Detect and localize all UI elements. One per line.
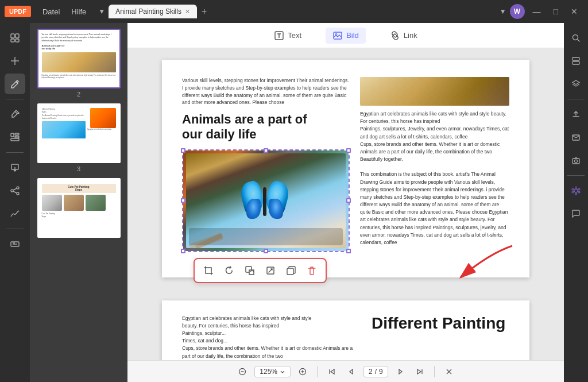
- handle-top-middle[interactable]: [264, 148, 268, 153]
- status-divider-2: [434, 366, 435, 377]
- zoom-display[interactable]: 125%: [254, 366, 291, 377]
- float-rotate-button[interactable]: [221, 263, 237, 279]
- right-layers-icon[interactable]: [566, 74, 586, 94]
- menu-datei[interactable]: Datei: [37, 5, 65, 18]
- page3-right-col: Different Painting: [372, 315, 509, 360]
- page2-right-text: Egyptian art celebrates animals like cat…: [360, 110, 509, 246]
- svg-point-47: [572, 191, 574, 193]
- svg-line-15: [13, 191, 17, 193]
- page-display[interactable]: 2 / 9: [363, 366, 388, 377]
- handle-bottom-right[interactable]: [346, 249, 351, 253]
- page3-big-heading: Different Painting: [372, 315, 509, 333]
- edit-toolbar: Text Bild Link: [127, 23, 564, 48]
- svg-line-14: [13, 188, 17, 190]
- svg-rect-2: [11, 39, 14, 42]
- toolbar-text-button[interactable]: Text: [267, 28, 308, 44]
- zoom-in-button[interactable]: [295, 364, 310, 379]
- right-sidebar: [564, 23, 588, 382]
- thumbnail-page-4[interactable]: Cute Pet PaintingSteps Cute Pet Painting…: [34, 178, 123, 240]
- svg-point-44: [575, 193, 577, 195]
- thumb-mini-heading: Animals are a part ofour daily life: [42, 44, 116, 51]
- page2-heading: Animals are a part ofour daily life: [182, 112, 350, 142]
- thumb-img-4: Cute Pet PaintingSteps Cute Pet Painting…: [37, 178, 121, 238]
- right-chat-icon[interactable]: [566, 203, 586, 224]
- sidebar-edit-icon[interactable]: [5, 74, 25, 94]
- user-avatar[interactable]: W: [510, 4, 525, 19]
- toolbar-image-button[interactable]: Bild: [326, 28, 366, 44]
- page-separator: /: [375, 368, 377, 376]
- minimize-button[interactable]: —: [528, 6, 546, 17]
- last-page-button[interactable]: [412, 364, 427, 379]
- image-icon: [332, 30, 343, 41]
- svg-point-13: [17, 192, 19, 195]
- sidebar-sign-icon[interactable]: [5, 203, 25, 224]
- right-search-icon[interactable]: [566, 28, 586, 48]
- close-button[interactable]: ✕: [566, 6, 582, 17]
- float-replace-button[interactable]: [242, 263, 258, 279]
- float-copy-button[interactable]: [283, 263, 299, 279]
- thumbnail-page-3[interactable]: Different PaintingStyles The Animal Draw…: [34, 103, 123, 172]
- sidebar-divider-1: [6, 99, 24, 99]
- page2-right-col: Egyptian art celebrates animals like cat…: [360, 77, 509, 260]
- svg-point-42: [574, 189, 578, 192]
- svg-line-36: [578, 40, 580, 42]
- svg-point-12: [11, 190, 13, 192]
- right-upload-icon[interactable]: [566, 104, 586, 125]
- pdf-page-3-preview: Egyptian art celebrates animals like cat…: [162, 300, 529, 360]
- titlebar-right: ▼ W — □ ✕: [500, 4, 582, 19]
- float-crop-button[interactable]: [200, 263, 216, 279]
- close-status-button[interactable]: [442, 364, 457, 379]
- handle-top-left[interactable]: [181, 148, 185, 153]
- right-camera-icon[interactable]: [566, 150, 586, 171]
- sidebar-share-icon[interactable]: [5, 180, 25, 201]
- sidebar-page-view-icon[interactable]: [5, 28, 25, 48]
- thumb-title-text: Cute Pet PaintingSteps: [44, 186, 114, 191]
- prev-page-button[interactable]: [344, 364, 359, 379]
- svg-point-41: [575, 160, 578, 163]
- sidebar-divider-3: [6, 229, 24, 229]
- titlebar-dropdown-arrow[interactable]: ▼: [500, 7, 506, 16]
- first-page-button[interactable]: [324, 364, 339, 379]
- handle-bottom-middle[interactable]: [264, 249, 268, 253]
- tab-close-icon[interactable]: ✕: [185, 8, 190, 16]
- right-integrations-icon[interactable]: [566, 180, 586, 201]
- tab-add-button[interactable]: +: [197, 4, 211, 19]
- zoom-out-button[interactable]: [235, 364, 250, 379]
- svg-rect-7: [15, 133, 19, 135]
- svg-point-11: [17, 187, 19, 189]
- handle-middle-right[interactable]: [346, 198, 351, 203]
- page-current: 2: [369, 368, 373, 376]
- maximize-button[interactable]: □: [549, 6, 563, 17]
- selected-image-container[interactable]: [182, 149, 350, 252]
- toolbar-link-button[interactable]: Link: [383, 28, 424, 44]
- svg-point-21: [335, 33, 337, 35]
- sidebar-ocr-icon[interactable]: [5, 234, 25, 254]
- thumbnail-page-2[interactable]: Various skill levels, stepping stones fo…: [34, 29, 123, 98]
- page-viewer[interactable]: Various skill levels, stepping stones fo…: [127, 48, 564, 360]
- tab-animal-painting[interactable]: Animal Painting Skills ✕: [109, 5, 197, 18]
- link-label: Link: [404, 31, 417, 40]
- tab-dropdown-arrow[interactable]: ▼: [95, 5, 109, 18]
- sidebar-zoom-icon[interactable]: [5, 51, 25, 71]
- svg-rect-0: [11, 34, 14, 38]
- thumb-img-3: Different PaintingStyles The Animal Draw…: [37, 103, 121, 163]
- right-files-icon[interactable]: [566, 51, 586, 71]
- menu-hilfe[interactable]: Hilfe: [65, 5, 92, 18]
- status-bar: 125% 2 / 9: [127, 360, 564, 382]
- float-resize-button[interactable]: [262, 263, 278, 279]
- handle-bottom-left[interactable]: [181, 249, 185, 253]
- page3-left-col: Egyptian art celebrates animals like cat…: [182, 315, 360, 360]
- page-total: 9: [379, 368, 383, 376]
- image-label: Bild: [346, 31, 359, 40]
- handle-middle-left[interactable]: [181, 198, 185, 203]
- page2-intro-text: Various skill levels, stepping stones fo…: [182, 77, 350, 106]
- float-delete-button[interactable]: [304, 263, 320, 279]
- next-page-button[interactable]: [393, 364, 408, 379]
- sidebar-organize-icon[interactable]: [5, 127, 25, 148]
- right-mail-icon[interactable]: [566, 127, 586, 148]
- butterfly-image: [183, 151, 349, 251]
- right-sidebar-divider-2: [567, 175, 585, 176]
- sidebar-export-icon[interactable]: [5, 157, 25, 178]
- sidebar-annotate-icon[interactable]: [5, 104, 25, 125]
- handle-top-right[interactable]: [346, 148, 351, 153]
